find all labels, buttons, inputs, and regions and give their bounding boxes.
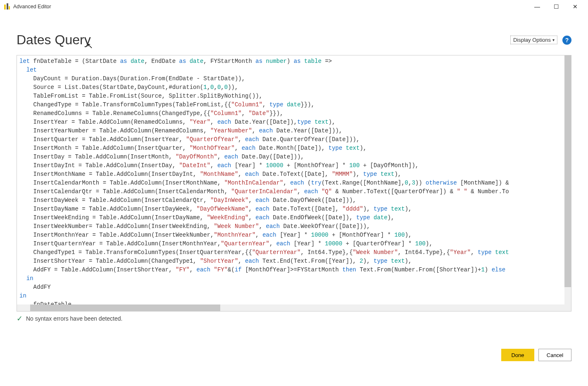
status-bar: ✓ No syntax errors have been detected. <box>17 314 571 323</box>
svg-rect-0 <box>4 5 6 10</box>
minimize-button[interactable]: — <box>528 0 547 13</box>
page-title: Dates Query <box>17 32 510 48</box>
status-message: No syntax errors have been detected. <box>26 315 122 322</box>
horizontal-scrollbar[interactable] <box>17 304 571 311</box>
done-button[interactable]: Done <box>501 349 534 361</box>
code-editor[interactable]: let fnDateTable = (StartDate as date, En… <box>17 55 571 312</box>
display-options-dropdown[interactable]: Display Options ▾ <box>510 36 557 44</box>
maximize-button[interactable]: ☐ <box>547 0 566 13</box>
svg-rect-2 <box>9 6 10 10</box>
close-button[interactable]: ✕ <box>566 0 585 13</box>
svg-rect-1 <box>7 3 8 10</box>
vertical-scrollbar-thumb[interactable] <box>564 55 571 287</box>
window-title: Advanced Editor <box>13 4 51 10</box>
titlebar: Advanced Editor — ☐ ✕ <box>0 0 588 13</box>
app-icon <box>3 3 11 10</box>
horizontal-scrollbar-thumb[interactable] <box>30 304 220 311</box>
vertical-scrollbar[interactable] <box>564 55 571 311</box>
chevron-down-icon: ▾ <box>552 38 555 42</box>
display-options-label: Display Options <box>513 37 551 43</box>
help-icon[interactable]: ? <box>562 36 571 45</box>
cancel-button[interactable]: Cancel <box>538 349 571 361</box>
check-icon: ✓ <box>17 314 23 323</box>
